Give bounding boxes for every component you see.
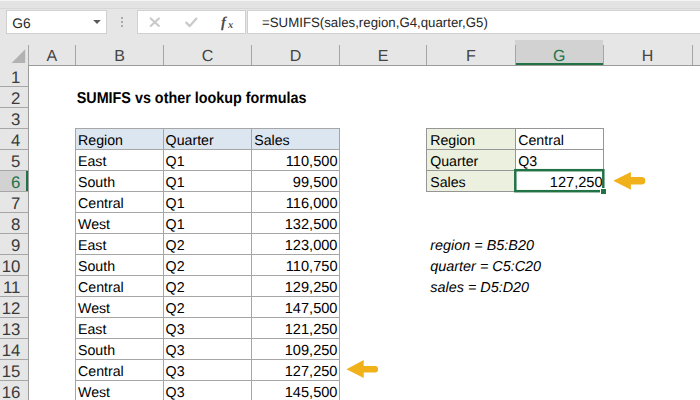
svg-text:Central: Central [78,196,124,212]
svg-text:Q3: Q3 [166,364,185,380]
svg-text:SUMIFS vs other lookup formula: SUMIFS vs other lookup formulas [77,90,307,107]
svg-text:7: 7 [11,194,20,213]
svg-text:region = B5:B20: region = B5:B20 [430,238,534,254]
svg-text:4: 4 [11,131,20,150]
svg-text:Quarter: Quarter [430,154,478,170]
svg-text:Central: Central [518,133,564,149]
svg-text:121,250: 121,250 [285,322,338,338]
svg-text:14: 14 [2,341,21,360]
svg-text:G: G [553,48,565,65]
svg-text:3: 3 [11,110,20,129]
svg-text:10: 10 [2,257,21,276]
svg-text:129,250: 129,250 [285,280,338,296]
svg-text:A: A [46,48,57,65]
svg-text:13: 13 [2,320,21,339]
svg-text:H: H [642,48,654,65]
svg-text:Central: Central [78,280,124,296]
svg-text:Q2: Q2 [166,238,185,254]
svg-text:East: East [78,154,106,170]
svg-text:Q3: Q3 [518,154,537,170]
svg-text:Central: Central [78,364,124,380]
svg-text:6: 6 [11,173,20,192]
svg-text:Q3: Q3 [166,343,185,359]
svg-text:Q1: Q1 [166,175,185,191]
svg-text:2: 2 [11,89,20,108]
svg-text:Sales: Sales [430,175,466,191]
svg-text:5: 5 [11,152,20,171]
svg-text:Q2: Q2 [166,301,185,317]
svg-text:Quarter: Quarter [166,133,214,149]
svg-text:127,250: 127,250 [285,364,338,380]
svg-text:15: 15 [2,362,21,381]
svg-text:16: 16 [2,383,21,400]
svg-text:C: C [202,48,214,65]
svg-text:West: West [78,217,110,233]
svg-text:D: D [290,48,302,65]
svg-text:145,500: 145,500 [285,385,338,400]
svg-text:Q2: Q2 [166,259,185,275]
svg-text:Q1: Q1 [166,154,185,170]
svg-text:8: 8 [11,215,20,234]
svg-text:116,000: 116,000 [286,196,338,212]
svg-text:132,500: 132,500 [285,217,338,233]
svg-text:Q3: Q3 [166,322,185,338]
svg-text:South: South [78,259,115,275]
svg-text:West: West [78,385,110,400]
svg-text:Q2: Q2 [166,280,185,296]
svg-text:F: F [466,48,476,65]
svg-text:Sales: Sales [254,133,290,149]
svg-text:sales = D5:D20: sales = D5:D20 [430,280,529,296]
svg-text:110,750: 110,750 [286,259,338,275]
svg-text:=SUMIFS(sales,region,G4,quarte: =SUMIFS(sales,region,G4,quarter,G5) [262,15,488,30]
svg-text:Q1: Q1 [166,196,185,212]
svg-text:109,250: 109,250 [285,343,338,359]
svg-text:East: East [78,322,106,338]
svg-text:B: B [114,48,125,65]
svg-text:South: South [78,343,115,359]
svg-text:127,250: 127,250 [550,175,603,191]
svg-text:Q1: Q1 [166,217,185,233]
svg-text:quarter = C5:C20: quarter = C5:C20 [430,259,541,275]
svg-text:Q3: Q3 [166,385,185,400]
svg-text:x: x [227,20,233,31]
svg-text:Region: Region [430,133,475,149]
svg-text:9: 9 [11,236,20,255]
svg-text:12: 12 [2,299,21,318]
svg-text:11: 11 [3,278,20,297]
svg-text:E: E [378,48,389,65]
svg-text:99,500: 99,500 [293,175,338,191]
svg-text:East: East [78,238,106,254]
svg-text:South: South [78,175,115,191]
svg-text:G6: G6 [12,16,31,31]
svg-text:1: 1 [11,68,20,87]
svg-text:123,000: 123,000 [285,238,338,254]
svg-text:110,500: 110,500 [286,154,338,170]
svg-text:Region: Region [78,133,123,149]
svg-text:147,500: 147,500 [285,301,338,317]
svg-text:West: West [78,301,110,317]
